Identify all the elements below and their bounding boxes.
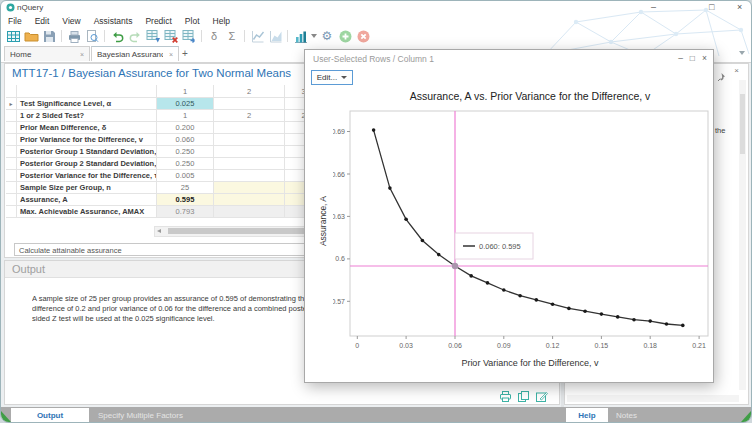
close-tab-icon[interactable]: × bbox=[80, 51, 84, 58]
menu-predict[interactable]: Predict bbox=[145, 16, 171, 26]
row-selector[interactable] bbox=[6, 158, 17, 170]
print-button[interactable] bbox=[66, 29, 82, 44]
row-selector[interactable] bbox=[6, 122, 17, 134]
line-plot-button[interactable] bbox=[249, 29, 265, 44]
params-table: 1 2 3 ▸Test Significance Level, α0.0251 … bbox=[6, 85, 326, 218]
area-plot-button[interactable] bbox=[267, 29, 283, 44]
tab-list-caret-icon[interactable] bbox=[739, 51, 745, 55]
maximize-button[interactable]: □ bbox=[709, 2, 714, 12]
table-cell[interactable]: 0.060 bbox=[157, 134, 214, 146]
sigma-button[interactable]: Σ bbox=[224, 29, 240, 44]
print-output-button[interactable] bbox=[499, 389, 512, 407]
column-header-1[interactable]: 1 bbox=[157, 85, 214, 98]
table-cell[interactable]: 0.595 bbox=[157, 194, 214, 206]
bar-chart-button[interactable] bbox=[292, 29, 308, 44]
row-selector[interactable] bbox=[6, 194, 17, 206]
edit-output-button[interactable] bbox=[535, 389, 548, 407]
tab-bayesian-assurance[interactable]: Bayesian Assurance fo × bbox=[91, 46, 179, 61]
settings-button[interactable]: ⚙ bbox=[319, 29, 335, 44]
transpose-table-icon bbox=[182, 29, 197, 44]
close-button[interactable]: × bbox=[702, 53, 707, 63]
table-cell[interactable] bbox=[214, 122, 285, 134]
table-cell[interactable] bbox=[214, 194, 285, 206]
menu-assistants[interactable]: Assistants bbox=[94, 16, 133, 26]
pin-icon[interactable] bbox=[717, 68, 726, 86]
delete-table-button[interactable] bbox=[163, 29, 179, 44]
row-selector[interactable] bbox=[6, 170, 17, 182]
bottom-tab-notes[interactable]: Notes bbox=[616, 408, 637, 423]
close-session-button[interactable] bbox=[355, 29, 371, 44]
row-selector[interactable] bbox=[6, 134, 17, 146]
header-label-cell bbox=[17, 85, 157, 98]
table-header-row: 1 2 3 bbox=[6, 85, 326, 98]
row-selector[interactable]: ▸ bbox=[6, 98, 17, 110]
save-button[interactable] bbox=[41, 29, 57, 44]
table-cell[interactable] bbox=[214, 146, 285, 158]
svg-text:0.57: 0.57 bbox=[333, 298, 345, 305]
row-selector[interactable] bbox=[6, 182, 17, 194]
help-vertical-scrollbar[interactable] bbox=[739, 80, 746, 390]
window-title: nQuery bbox=[17, 3, 43, 12]
menu-help[interactable]: Help bbox=[213, 16, 230, 26]
print-preview-button[interactable] bbox=[84, 29, 100, 44]
table-cell[interactable] bbox=[214, 134, 285, 146]
row-selector[interactable] bbox=[6, 206, 17, 218]
menu-edit[interactable]: Edit bbox=[35, 16, 50, 26]
table-cell[interactable]: 0.250 bbox=[157, 146, 214, 158]
maximize-button[interactable]: □ bbox=[690, 53, 695, 63]
new-table-button[interactable] bbox=[5, 29, 21, 44]
insert-table-rows-button[interactable] bbox=[145, 29, 161, 44]
table-cell[interactable] bbox=[214, 98, 285, 110]
row-selector[interactable] bbox=[6, 110, 17, 122]
table-cell[interactable]: 0.200 bbox=[157, 122, 214, 134]
table-cell[interactable]: 0.005 bbox=[157, 170, 214, 182]
bottom-tab-specify-multiple-factors[interactable]: Specify Multiple Factors bbox=[98, 408, 183, 423]
tab-home-label: Home bbox=[10, 50, 31, 59]
menu-file[interactable]: File bbox=[8, 16, 22, 26]
table-cell[interactable] bbox=[214, 170, 285, 182]
table-row: Posterior Group 1 Standard Deviation, σ₁… bbox=[6, 146, 326, 158]
redo-button[interactable] bbox=[127, 29, 143, 44]
menu-plot[interactable]: Plot bbox=[185, 16, 200, 26]
svg-text:0.63: 0.63 bbox=[333, 213, 345, 220]
open-folder-icon bbox=[24, 29, 39, 44]
undo-button[interactable] bbox=[109, 29, 125, 44]
plot-window-titlebar[interactable]: User-Selected Rows / Column 1 – □ × bbox=[305, 50, 713, 68]
open-button[interactable] bbox=[23, 29, 39, 44]
minimize-button[interactable]: – bbox=[651, 2, 656, 12]
table-cell[interactable]: 25 bbox=[157, 182, 214, 194]
sigma-icon: Σ bbox=[229, 29, 236, 44]
column-header-2[interactable]: 2 bbox=[214, 85, 285, 98]
table-cell[interactable] bbox=[214, 182, 285, 194]
delta-button[interactable]: δ bbox=[206, 29, 222, 44]
table-row: Assurance, A0.595 bbox=[6, 194, 326, 206]
table-cell[interactable] bbox=[214, 158, 285, 170]
table-cell[interactable]: 0.793 bbox=[157, 206, 214, 218]
add-button[interactable] bbox=[337, 29, 353, 44]
bottom-tab-help[interactable]: Help bbox=[566, 408, 608, 423]
chart-menu-caret-icon[interactable] bbox=[311, 34, 317, 38]
copy-output-button[interactable] bbox=[517, 389, 530, 407]
table-cell[interactable]: 1 bbox=[157, 110, 214, 122]
transpose-table-button[interactable] bbox=[181, 29, 197, 44]
minimize-button[interactable]: – bbox=[678, 53, 683, 63]
tab-home[interactable]: Home × bbox=[4, 46, 90, 61]
table-cell[interactable]: 0.025 bbox=[157, 98, 214, 110]
edit-plot-button[interactable]: Edit... bbox=[311, 70, 353, 85]
close-button[interactable]: × bbox=[737, 2, 742, 12]
scrollbar-thumb[interactable] bbox=[740, 94, 745, 154]
new-tab-button[interactable]: + bbox=[182, 48, 188, 59]
assurance-chart: 00.030.060.090.120.150.180.210.570.60.63… bbox=[333, 106, 713, 358]
row-selector[interactable] bbox=[6, 146, 17, 158]
table-row: ▸Test Significance Level, α0.025 bbox=[6, 98, 326, 110]
bottom-tab-output[interactable]: Output bbox=[11, 408, 89, 423]
table-cell[interactable]: 0.250 bbox=[157, 158, 214, 170]
close-tab-icon[interactable]: × bbox=[169, 51, 173, 58]
scroll-left-icon[interactable] bbox=[157, 229, 161, 233]
close-help-icon[interactable]: × bbox=[734, 66, 739, 75]
menu-view[interactable]: View bbox=[62, 16, 80, 26]
help-horizontal-scrollbar[interactable] bbox=[567, 395, 739, 402]
svg-text:0.03: 0.03 bbox=[399, 342, 413, 349]
table-cell[interactable]: 2 bbox=[214, 110, 285, 122]
table-cell[interactable] bbox=[214, 206, 285, 218]
